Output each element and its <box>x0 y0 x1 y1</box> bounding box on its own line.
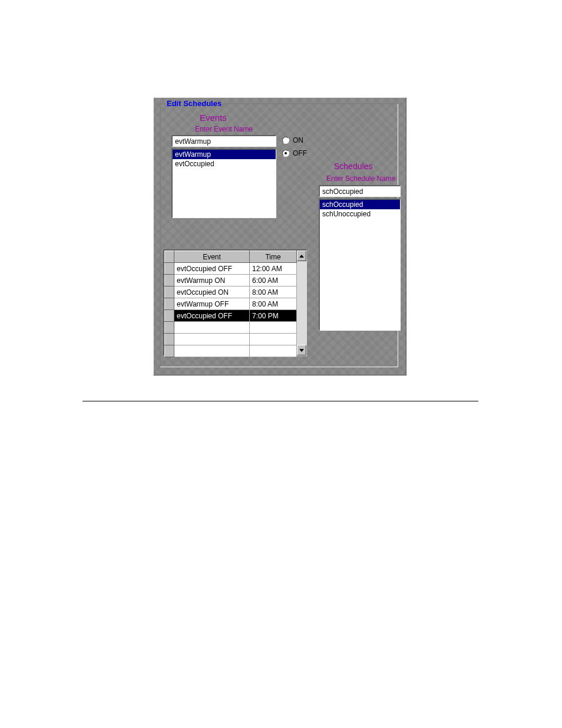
event-name-input[interactable] <box>171 135 276 147</box>
grid-header-event[interactable]: Event <box>174 251 250 263</box>
cell-time[interactable]: 8:00 AM <box>250 286 297 298</box>
radio-off-label: OFF <box>293 149 307 157</box>
cell-event[interactable]: evtOccupied OFF <box>174 310 250 322</box>
cell-event[interactable] <box>174 322 250 334</box>
fieldset-title: Edit Schedules <box>164 99 224 108</box>
page: Edit Schedules Events Enter Event Name e… <box>0 0 562 728</box>
table-row[interactable]: evtOccupied OFF12:00 AM <box>165 263 297 275</box>
radio-on-circle <box>282 137 289 144</box>
table-row[interactable] <box>165 334 297 345</box>
grid-header-time[interactable]: Time <box>250 251 297 263</box>
cell-event[interactable]: evtWarmup ON <box>174 275 250 286</box>
events-heading: Events <box>200 113 227 123</box>
row-header[interactable] <box>165 345 174 357</box>
table-row[interactable]: evtWarmup OFF8:00 AM <box>165 298 297 310</box>
row-header[interactable] <box>165 286 174 298</box>
event-list-item[interactable]: evtWarmup <box>173 150 276 159</box>
table-row[interactable] <box>165 345 297 357</box>
chevron-down-icon <box>299 349 304 352</box>
app-window: Edit Schedules Events Enter Event Name e… <box>153 97 406 375</box>
cell-event[interactable] <box>174 345 250 357</box>
chevron-up-icon <box>299 255 304 258</box>
cell-time[interactable]: 6:00 AM <box>250 275 297 286</box>
row-header[interactable] <box>165 322 174 334</box>
schedule-list-item[interactable]: schUnoccupied <box>320 209 400 219</box>
cell-time[interactable] <box>250 322 297 334</box>
schedule-list[interactable]: schOccupiedschUnoccupied <box>319 199 401 331</box>
cell-event[interactable]: evtOccupied ON <box>174 286 250 298</box>
schedules-heading: Schedules <box>334 162 372 171</box>
radio-off[interactable]: OFF <box>282 149 307 157</box>
cell-time[interactable]: 12:00 AM <box>250 263 297 275</box>
table-row[interactable] <box>165 322 297 334</box>
row-header[interactable] <box>165 310 174 322</box>
grid-scrollbar[interactable] <box>297 251 306 355</box>
schedules-label: Enter Schedule Name <box>326 174 395 183</box>
event-list-item[interactable]: evtOccupied <box>173 159 276 169</box>
cell-time[interactable]: 7:00 PM <box>250 310 297 322</box>
scroll-down-button[interactable] <box>297 345 306 355</box>
row-header[interactable] <box>165 275 174 286</box>
row-header[interactable] <box>165 263 174 275</box>
event-time-grid-container: Event Time evtOccupied OFF12:00 AMevtWar… <box>163 249 307 356</box>
cell-time[interactable] <box>250 334 297 345</box>
cell-event[interactable]: evtOccupied OFF <box>174 263 250 275</box>
grid-header-blank <box>165 251 174 263</box>
events-label: Enter Event Name <box>195 125 253 133</box>
table-row[interactable]: evtWarmup ON6:00 AM <box>165 275 297 286</box>
radio-off-circle <box>282 150 289 157</box>
table-row[interactable]: evtOccupied OFF7:00 PM <box>165 310 297 322</box>
cell-time[interactable]: 8:00 AM <box>250 298 297 310</box>
radio-on[interactable]: ON <box>282 136 303 144</box>
row-header[interactable] <box>165 334 174 345</box>
row-header[interactable] <box>165 298 174 310</box>
cell-time[interactable] <box>250 345 297 357</box>
event-time-grid[interactable]: Event Time evtOccupied OFF12:00 AMevtWar… <box>164 251 297 357</box>
scroll-up-button[interactable] <box>297 251 306 261</box>
schedule-name-input[interactable] <box>319 185 401 197</box>
cell-event[interactable] <box>174 334 250 345</box>
table-row[interactable]: evtOccupied ON8:00 AM <box>165 286 297 298</box>
schedule-list-item[interactable]: schOccupied <box>320 200 400 209</box>
footer-rule <box>82 401 478 401</box>
event-list[interactable]: evtWarmupevtOccupied <box>171 149 276 218</box>
scroll-track[interactable] <box>297 261 306 345</box>
cell-event[interactable]: evtWarmup OFF <box>174 298 250 310</box>
radio-on-label: ON <box>293 136 303 144</box>
